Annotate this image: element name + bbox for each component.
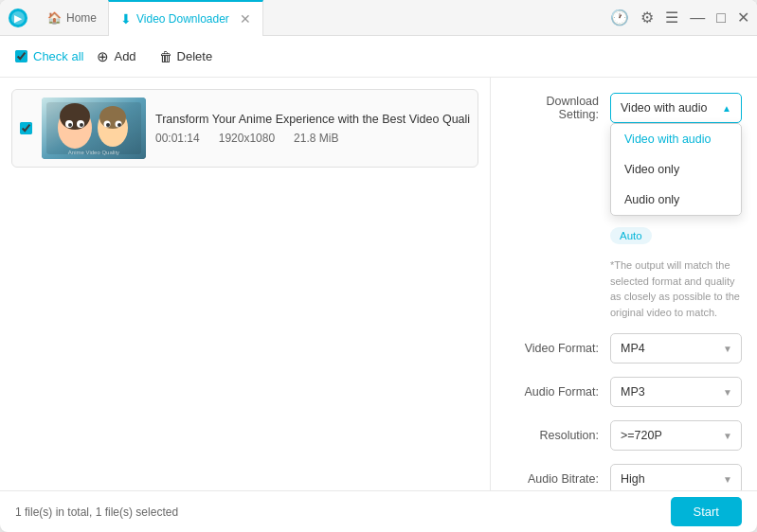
video-format-select-wrapper: MP4 MKV AVI ▼ [610,333,742,364]
footer: 1 file(s) in total, 1 file(s) selected S… [0,490,757,532]
delete-label: Delete [177,49,213,63]
audio-bitrate-label: Audio Bitrate: [506,472,610,486]
svg-point-6 [60,103,90,130]
tab-downloader-label: Video Downloader [136,12,229,26]
svg-point-9 [68,123,72,127]
settings-icon[interactable]: ⚙ [640,9,654,27]
video-size: 21.8 MiB [294,132,338,145]
check-all-checkbox[interactable] [15,50,27,62]
minimize-button[interactable]: — [690,9,705,27]
audio-format-row: Audio Format: MP3 AAC FLAC ▼ [506,377,742,407]
video-duration: 00:01:14 [155,132,200,145]
download-setting-section: Download Setting: Video with audio ▲ Vid… [506,93,742,123]
svg-point-10 [80,123,83,127]
delete-icon: 🗑 [159,49,172,64]
note-text: *The output will match the selected form… [610,257,742,320]
add-icon: ⊕ [97,48,109,65]
resolution-select[interactable]: >=720P 1080P 4K [610,420,742,451]
download-setting-dropdown-menu: Video with audio Video only Audio only [610,123,742,216]
dropdown-option-audio-only[interactable]: Audio only [611,185,741,215]
home-icon: 🏠 [47,11,62,25]
video-format-label: Video Format: [506,342,610,355]
download-setting-select[interactable]: Video with audio ▲ [610,93,742,123]
download-tab-icon: ⬇ [120,11,132,27]
delete-button[interactable]: 🗑 Delete [150,44,223,69]
svg-point-16 [117,123,121,127]
video-info: Transform Your Anime Experience with the… [155,113,470,145]
main-content: Anime Video Quality Transform Your Anime… [0,78,757,490]
svg-text:Anime Video Quality: Anime Video Quality [68,150,119,155]
resolution-row: Resolution: >=720P 1080P 4K ▼ [506,420,742,451]
toolbar: Check all ⊕ Add 🗑 Delete [0,36,757,78]
video-format-select[interactable]: MP4 MKV AVI [610,333,742,364]
app-window: ▶ 🏠 Home ⬇ Video Downloader ✕ 🕐 ⚙ ☰ — □ … [0,0,757,532]
close-button[interactable]: ✕ [737,9,749,27]
video-checkbox[interactable] [20,122,32,134]
tab-home-label: Home [66,11,97,25]
check-all-label[interactable]: Check all [15,49,83,63]
video-title: Transform Your Anime Experience with the… [155,113,470,126]
dropdown-option-video-audio[interactable]: Video with audio [611,124,741,154]
history-icon[interactable]: 🕐 [610,9,629,27]
audio-format-select-wrapper: MP3 AAC FLAC ▼ [610,377,742,407]
video-thumbnail: Anime Video Quality [42,98,146,159]
dropdown-arrow-up-icon: ▲ [722,103,731,114]
dropdown-option-video-only[interactable]: Video only [611,154,741,185]
add-button[interactable]: ⊕ Add [87,44,145,70]
video-format-row: Video Format: MP4 MKV AVI ▼ [506,333,742,364]
video-resolution: 1920x1080 [219,132,275,145]
video-meta: 00:01:14 1920x1080 21.8 MiB [155,132,470,145]
tab-home[interactable]: 🏠 Home [36,0,108,36]
svg-point-15 [106,123,110,127]
menu-icon[interactable]: ☰ [665,9,678,27]
download-setting-value: Video with audio [621,101,708,115]
start-button[interactable]: Start [671,497,742,526]
titlebar: ▶ 🏠 Home ⬇ Video Downloader ✕ 🕐 ⚙ ☰ — □ … [0,0,757,36]
add-label: Add [114,49,135,63]
tab-video-downloader[interactable]: ⬇ Video Downloader ✕ [108,0,263,36]
svg-point-12 [99,106,126,129]
audio-bitrate-select-wrapper: High Medium Low ▼ [610,464,742,490]
maximize-button[interactable]: □ [716,9,726,27]
download-setting-label: Download Setting: [506,95,610,121]
auto-badge[interactable]: Auto [610,227,652,244]
right-panel: Download Setting: Video with audio ▲ Vid… [491,78,757,490]
footer-status: 1 file(s) in total, 1 file(s) selected [15,505,671,519]
left-panel: Anime Video Quality Transform Your Anime… [0,78,491,490]
check-all-text: Check all [33,49,83,63]
audio-bitrate-row: Audio Bitrate: High Medium Low ▼ [506,464,742,490]
svg-text:▶: ▶ [14,13,23,24]
window-controls: 🕐 ⚙ ☰ — □ ✕ [610,9,749,27]
video-item: Anime Video Quality Transform Your Anime… [11,89,478,168]
auto-note-section: Auto *The output will match the selected… [506,227,742,320]
audio-format-select[interactable]: MP3 AAC FLAC [610,377,742,407]
audio-bitrate-select[interactable]: High Medium Low [610,464,742,490]
resolution-select-wrapper: >=720P 1080P 4K ▼ [610,420,742,451]
download-setting-row: Download Setting: Video with audio ▲ Vid… [506,93,742,123]
resolution-label: Resolution: [506,429,610,442]
tab-close-button[interactable]: ✕ [240,12,251,26]
auto-row: Auto [506,227,742,244]
app-logo: ▶ [8,8,28,28]
audio-format-label: Audio Format: [506,385,610,399]
download-setting-dropdown-container: Video with audio ▲ Video with audio Vide… [610,93,742,123]
